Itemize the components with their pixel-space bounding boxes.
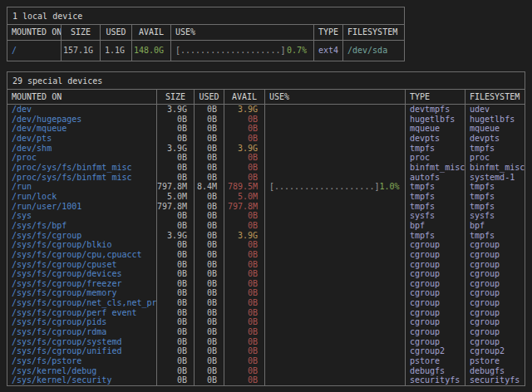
table-row: /dev/shm 3.9G 0B 3.9G tmpfs tmpfs [7,144,525,154]
avail-value: 0B [224,366,264,376]
avail-value: 0B [224,173,264,183]
fs-type: hugetlbfs [405,115,465,125]
used-value: 0B [194,134,224,144]
header-used: USED [194,90,224,104]
table-row: /proc/sys/fs/binfmt_misc 0B 0B 0B binfmt… [7,163,525,173]
usage-cell [264,269,405,279]
avail-value: 0B [224,211,264,221]
table-row: /sys 0B 0B 0B sysfs sysfs [7,211,525,221]
size-value: 797.8M [156,182,194,192]
used-value: 0B [194,153,224,163]
fs-device: cgroup [465,279,525,289]
table-row: /dev/pts 0B 0B 0B devpts devpts [7,134,525,144]
table-row: /sys/kernel/debug 0B 0B 0B debugfs debug… [7,366,525,376]
fs-type: cgroup [405,279,465,289]
used-value: 0B [194,327,224,337]
fs-device: systemd-1 [465,173,525,183]
mount-point: /dev/mqueue [7,124,156,134]
avail-value: 0B [224,240,264,250]
used-value: 0B [194,269,224,279]
usage-cell [264,260,405,270]
usage-cell [264,346,405,356]
fs-device: proc [465,153,525,163]
size-value: 0B [156,356,194,366]
fs-device: udev [465,105,525,115]
mount-point: /dev/shm [7,144,156,154]
fs-type: tmpfs [405,202,465,212]
fs-device: cgroup [465,337,525,347]
table-row: /sys/fs/cgroup/devices 0B 0B 0B cgroup c… [7,269,525,279]
avail-value: 0B [224,260,264,270]
table-row: /dev 3.9G 0B 3.9G devtmpfs udev [7,105,525,115]
fs-type: cgroup [405,260,465,270]
used-value: 0B [194,308,224,318]
fs-type: cgroup [405,240,465,250]
mount-point: /dev/pts [7,134,156,144]
avail-value: 0B [224,153,264,163]
mount-point: /sys/fs/cgroup [7,231,156,241]
size-value: 0B [156,366,194,376]
fs-type: cgroup [405,298,465,308]
size-value: 0B [156,337,194,347]
avail-value: 0B [224,134,264,144]
fs-type: tmpfs [405,231,465,241]
used-value: 0B [194,144,224,154]
mount-point: /proc [7,153,156,163]
fs-type: cgroup [405,250,465,260]
fs-type: binfmt_misc [405,163,465,173]
avail-value: 0B [224,269,264,279]
used-value: 0B [194,124,224,134]
mount-point: /sys/fs/cgroup/devices [7,269,156,279]
table-row: /sys/fs/cgroup/rdma 0B 0B 0B cgroup cgro… [7,327,525,337]
size-value: 0B [156,211,194,221]
used-value: 0B [194,337,224,347]
mount-point: /run [7,182,156,192]
usage-cell [264,124,405,134]
size-value: 0B [156,375,194,385]
header-used: USED [100,25,131,40]
size-value: 0B [156,250,194,260]
avail-value: 0B [224,124,264,134]
table-row: /sys/fs/cgroup/memory 0B 0B 0B cgroup cg… [7,288,525,298]
header-filesystem: FILESYSTEM [342,25,404,40]
fs-device: /dev/sda [342,41,404,61]
special-table-body: /dev 3.9G 0B 3.9G devtmpfs udev /dev/hug… [7,105,525,385]
usage-cell [264,279,405,289]
usage-cell [264,173,405,183]
usage-cell [264,192,405,202]
special-devices-table: 29 special devices MOUNTED ON SIZE USED … [7,71,525,386]
fs-device: cgroup2 [465,346,525,356]
mount-point: /sys/fs/cgroup/freezer [7,279,156,289]
table-row: /sys/fs/cgroup/freezer 0B 0B 0B cgroup c… [7,279,525,289]
table-row: /sys/fs/bpf 0B 0B 0B bpf bpf [7,221,525,231]
fs-type: tmpfs [405,192,465,202]
avail-value: 0B [224,346,264,356]
used-value: 8.4M [194,182,224,192]
fs-type: cgroup [405,317,465,327]
fs-type: tmpfs [405,144,465,154]
avail-value: 5.0M [224,192,264,202]
table-row: /sys/fs/cgroup/cpuset 0B 0B 0B cgroup cg… [7,260,525,270]
mount-point: /sys/fs/cgroup/cpuset [7,260,156,270]
mount-point: /sys [7,211,156,221]
header-type: TYPE [405,90,465,104]
used-value: 0B [194,115,224,125]
fs-type: debugfs [405,366,465,376]
size-value: 0B [156,153,194,163]
table-row: /run/lock 5.0M 0B 5.0M tmpfs tmpfs [7,192,525,202]
table-row: /sys/fs/pstore 0B 0B 0B pstore pstore [7,356,525,366]
fs-device: tmpfs [465,182,525,192]
used-value: 0B [194,211,224,221]
usage-cell [264,105,405,115]
fs-type: pstore [405,356,465,366]
usage-bar: [....................] [175,41,285,61]
fs-device: mqueue [465,124,525,134]
used-value: 0B [194,356,224,366]
size-value: 3.9G [156,144,194,154]
fs-type: cgroup2 [405,346,465,356]
special-table-title: 29 special devices [7,72,525,90]
header-size: SIZE [61,25,100,40]
usage-cell [264,153,405,163]
used-value: 1.1G [100,41,131,61]
table-row: /dev/hugepages 0B 0B 0B hugetlbfs hugetl… [7,115,525,125]
